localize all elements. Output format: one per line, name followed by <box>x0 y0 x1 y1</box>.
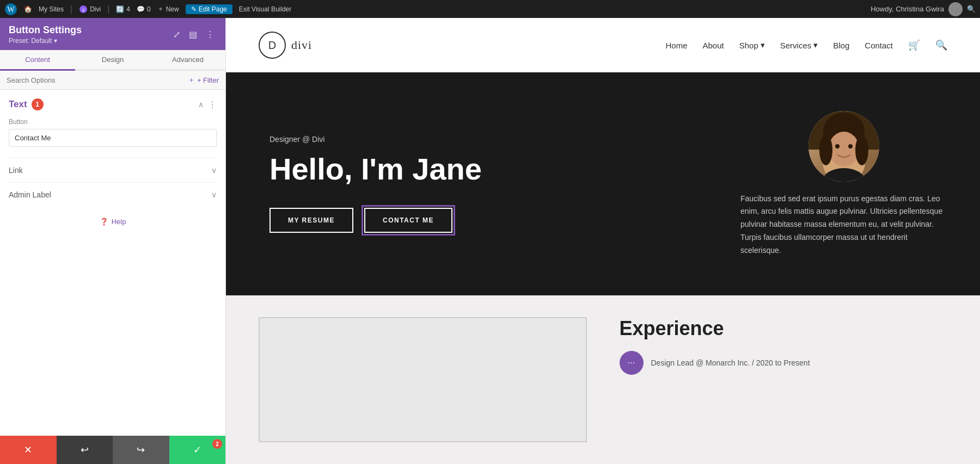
layout-icon[interactable]: ▤ <box>187 28 199 41</box>
tab-content[interactable]: Content <box>0 50 75 71</box>
contact-me-button[interactable]: CONTACT ME <box>364 208 452 233</box>
replies-link[interactable]: 💬 0 <box>137 5 151 13</box>
settings-panel: Button Settings Preset: Default ▾ ⤢ ▤ ⋮ … <box>0 18 226 464</box>
button-label: Button <box>9 118 217 126</box>
nav-search-icon[interactable]: 🔍 <box>935 39 947 51</box>
tab-design[interactable]: Design <box>75 50 150 71</box>
help-section[interactable]: ❓ Help <box>9 207 217 237</box>
nav-shop[interactable]: Shop ▾ <box>739 40 765 50</box>
nav-services[interactable]: Services ▾ <box>780 40 818 50</box>
experience-icon: ··· <box>620 351 644 375</box>
site-nav: D divi Home About Shop ▾ Services ▾ Blog… <box>226 18 980 72</box>
help-icon: ❓ <box>100 218 108 226</box>
shop-arrow-icon: ▾ <box>761 40 765 50</box>
nav-contact[interactable]: Contact <box>865 41 893 50</box>
hero-right: Faucibus sed sed erat ipsum purus egesta… <box>719 111 947 257</box>
svg-point-9 <box>848 144 853 149</box>
section-more-button[interactable]: ⋮ <box>208 100 217 110</box>
undo-button[interactable]: ↩ <box>57 436 113 464</box>
my-sites-link[interactable]: My Sites <box>39 5 64 13</box>
experience-item: ··· Design Lead @ Monarch Inc. / 2020 to… <box>620 351 948 375</box>
admin-label-header[interactable]: Admin Label ∨ <box>9 190 217 199</box>
svg-point-8 <box>835 144 840 149</box>
nav-home[interactable]: Home <box>665 41 687 50</box>
section-title: Text <box>9 99 27 110</box>
hero-buttons: MY RESUME CONTACT ME <box>270 208 719 233</box>
experience-text: Design Lead @ Monarch Inc. / 2020 to Pre… <box>651 358 810 367</box>
hero-section: Designer @ Divi Hello, I'm Jane MY RESUM… <box>226 72 980 295</box>
filter-button[interactable]: ＋ + Filter <box>188 75 219 85</box>
admin-label-section: Admin Label ∨ <box>9 182 217 207</box>
hero-title: Hello, I'm Jane <box>270 152 719 186</box>
exit-builder-link[interactable]: Exit Visual Builder <box>239 5 292 13</box>
logo-name: divi <box>291 38 312 52</box>
house-icon[interactable]: 🏠 <box>24 5 32 13</box>
link-chevron-icon: ∨ <box>211 166 217 175</box>
save-button[interactable]: ✓ 2 <box>169 436 226 464</box>
svg-text:W: W <box>7 4 15 13</box>
text-section-header: Text 1 ∧ ⋮ <box>9 98 217 110</box>
help-label: Help <box>112 218 126 226</box>
panel-title: Button Settings <box>9 24 82 36</box>
search-input[interactable] <box>7 76 188 84</box>
collapse-button[interactable]: ∧ <box>198 100 204 109</box>
redo-button[interactable]: ↪ <box>113 436 169 464</box>
link-section: Link ∨ <box>9 158 217 182</box>
panel-footer: ✕ ↩ ↪ ✓ 2 <box>0 436 225 464</box>
resume-button[interactable]: MY RESUME <box>270 208 353 233</box>
admin-label-chevron-icon: ∨ <box>211 190 217 199</box>
svg-point-6 <box>819 135 832 165</box>
edit-page-button[interactable]: ✎ Edit Page <box>186 4 232 14</box>
save-badge: 2 <box>212 439 222 449</box>
admin-bar: W 🏠 My Sites | d Divi | 🔄 4 💬 0 ＋ New ✎ … <box>0 0 980 18</box>
lower-section: Experience ··· Design Lead @ Monarch Inc… <box>226 295 980 464</box>
text-badge: 1 <box>32 98 44 110</box>
button-field-group: Button <box>9 118 217 147</box>
new-link[interactable]: ＋ New <box>157 4 179 14</box>
panel-header: Button Settings Preset: Default ▾ ⤢ ▤ ⋮ <box>0 18 225 50</box>
hero-description: Faucibus sed sed erat ipsum purus egesta… <box>740 193 947 257</box>
svg-text:d: d <box>82 7 85 13</box>
logo-letter: D <box>268 39 276 52</box>
panel-preset[interactable]: Preset: Default ▾ <box>9 37 82 45</box>
search-icon[interactable]: 🔍 <box>967 5 976 13</box>
svg-point-10 <box>822 168 866 182</box>
svg-point-5 <box>829 132 859 166</box>
lower-right: Experience ··· Design Lead @ Monarch Inc… <box>620 317 948 442</box>
services-arrow-icon: ▾ <box>813 40 818 50</box>
nav-about[interactable]: About <box>702 41 724 50</box>
hero-left: Designer @ Divi Hello, I'm Jane MY RESUM… <box>270 135 719 233</box>
hero-subtitle: Designer @ Divi <box>270 135 719 144</box>
image-placeholder <box>259 317 587 442</box>
divi-link[interactable]: d Divi <box>79 5 101 14</box>
howdy-text: Howdy, Christina Gwira <box>871 5 944 13</box>
cancel-button[interactable]: ✕ <box>0 436 57 464</box>
panel-content: Text 1 ∧ ⋮ Button Link ∨ <box>0 90 225 436</box>
more-icon[interactable]: ⋮ <box>204 28 217 41</box>
nav-links: Home About Shop ▾ Services ▾ Blog Contac… <box>665 39 947 51</box>
search-bar: ＋ + Filter <box>0 71 225 90</box>
wp-icon[interactable]: W <box>4 3 17 16</box>
svg-point-7 <box>855 135 868 165</box>
admin-avatar[interactable] <box>948 2 963 16</box>
nav-blog[interactable]: Blog <box>833 41 849 50</box>
hero-avatar <box>808 111 879 182</box>
experience-title: Experience <box>620 317 948 340</box>
button-input[interactable] <box>9 129 217 147</box>
website-preview: D divi Home About Shop ▾ Services ▾ Blog… <box>226 18 980 464</box>
tab-advanced[interactable]: Advanced <box>150 50 225 71</box>
link-title: Link <box>9 166 23 175</box>
link-header[interactable]: Link ∨ <box>9 166 217 175</box>
panel-tabs: Content Design Advanced <box>0 50 225 71</box>
expand-icon[interactable]: ⤢ <box>171 28 182 41</box>
lower-left <box>259 317 587 442</box>
comments-link[interactable]: 🔄 4 <box>116 5 130 13</box>
admin-label-title: Admin Label <box>9 190 51 199</box>
cart-icon[interactable]: 🛒 <box>908 39 920 51</box>
site-logo[interactable]: D divi <box>259 32 312 59</box>
